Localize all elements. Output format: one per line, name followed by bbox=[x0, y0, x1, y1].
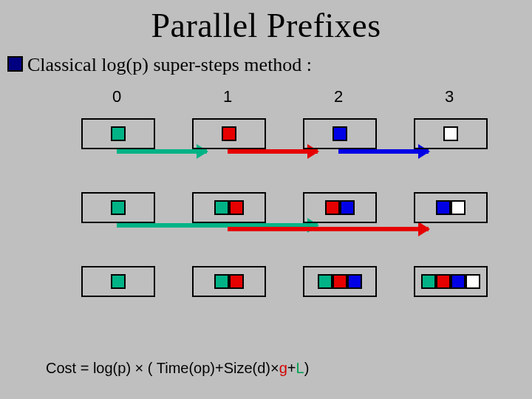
col-label-3: 3 bbox=[445, 87, 454, 106]
proc-box bbox=[192, 192, 266, 223]
proc-box bbox=[81, 118, 155, 149]
cost-close: ) bbox=[304, 360, 310, 376]
chip-green bbox=[318, 274, 332, 289]
chip-blue bbox=[451, 274, 466, 289]
col-label-0: 0 bbox=[112, 87, 121, 106]
chip-red bbox=[229, 274, 244, 289]
proc-box bbox=[303, 118, 377, 149]
chip-green bbox=[111, 200, 126, 215]
chip-white bbox=[443, 126, 458, 141]
chip-red bbox=[332, 274, 347, 289]
arrow bbox=[228, 149, 318, 154]
slide-title: Parallel Prefixes bbox=[0, 0, 532, 45]
chip-blue bbox=[340, 200, 355, 215]
arrow bbox=[338, 149, 429, 154]
cost-formula: Cost = log(p) × ( Time(op)+Size(d)×g+L) bbox=[46, 360, 309, 377]
proc-box bbox=[414, 266, 488, 297]
col-label-2: 2 bbox=[334, 87, 343, 106]
proc-box bbox=[414, 118, 488, 149]
chip-green bbox=[111, 274, 126, 289]
cost-plus: + bbox=[287, 360, 296, 376]
proc-box bbox=[81, 266, 155, 297]
chip-green bbox=[111, 126, 126, 141]
cost-prefix: Cost = log(p) bbox=[46, 360, 135, 376]
proc-box bbox=[303, 266, 377, 297]
chip-red bbox=[229, 200, 244, 215]
diagram-stage: 0123 bbox=[0, 87, 532, 353]
proc-box bbox=[414, 192, 488, 223]
chip-green bbox=[214, 274, 229, 289]
proc-box bbox=[303, 192, 377, 223]
chip-green bbox=[214, 200, 229, 215]
cost-g: g bbox=[279, 360, 287, 376]
proc-box bbox=[81, 192, 155, 223]
chip-green bbox=[421, 274, 436, 289]
slide-subtitle: Classical log(p) super-steps method : bbox=[0, 54, 532, 76]
chip-blue bbox=[347, 274, 362, 289]
proc-box bbox=[192, 118, 266, 149]
chip-blue bbox=[436, 200, 451, 215]
chip-blue bbox=[332, 126, 347, 141]
arrow bbox=[117, 149, 207, 154]
bullet-icon bbox=[7, 56, 23, 72]
cost-open: ( Time(op)+Size(d) bbox=[148, 360, 270, 376]
proc-box bbox=[192, 266, 266, 297]
arrow bbox=[228, 227, 429, 231]
chip-white bbox=[466, 274, 480, 289]
cost-L: L bbox=[296, 360, 304, 376]
chip-red bbox=[325, 200, 340, 215]
cost-times: × bbox=[135, 360, 148, 376]
subtitle-text: Classical log(p) super-steps method : bbox=[27, 54, 312, 75]
cost-times2: × bbox=[270, 360, 279, 376]
chip-red bbox=[222, 126, 236, 141]
col-label-1: 1 bbox=[223, 87, 232, 106]
chip-white bbox=[451, 200, 466, 215]
chip-red bbox=[436, 274, 451, 289]
